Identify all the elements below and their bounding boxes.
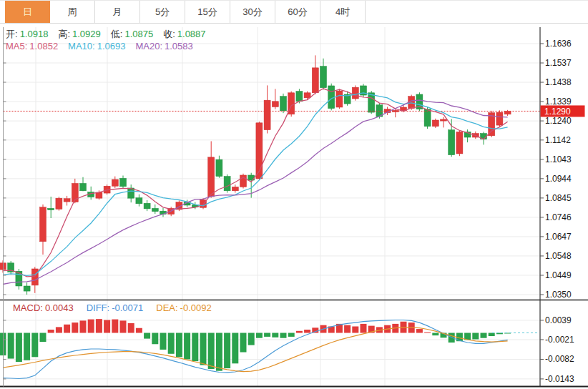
candle-body (232, 187, 238, 190)
macd-bar (200, 333, 207, 365)
ma10-line (3, 93, 508, 275)
macd-axis-label: 0.0039 (545, 315, 572, 325)
macd-bar (48, 330, 54, 333)
candle-body (320, 67, 327, 88)
candle-body (280, 97, 287, 111)
price-axis-label: 1.1240 (545, 116, 572, 126)
macd-bar (224, 333, 230, 369)
candle-body (216, 159, 222, 176)
price-axis-label: 1.0746 (545, 212, 572, 222)
price-axis-label: 1.0944 (545, 174, 572, 184)
candle-body (24, 286, 30, 291)
chart-app: 日周月5分15分30分60分4时 开:1.0918高:1.0929低:1.087… (0, 0, 588, 389)
macd-bar (256, 333, 263, 338)
macd-bar (96, 319, 102, 333)
macd-bar (31, 333, 38, 358)
macd-bar (184, 333, 190, 360)
macd-bar (24, 333, 30, 360)
macd-bar (240, 333, 247, 353)
macd-bar (288, 333, 295, 337)
candle-body (136, 198, 142, 204)
candle-body (272, 102, 278, 107)
price-axis-label: 1.0647 (545, 232, 572, 242)
macd-bar (88, 320, 94, 333)
candle-body (336, 91, 343, 107)
candle-body (296, 92, 303, 102)
candle-body (368, 93, 375, 112)
candle-body (449, 130, 455, 155)
candle-body (80, 183, 87, 190)
macd-bar (304, 330, 310, 333)
candle-body (144, 203, 150, 209)
candle-body (224, 177, 230, 191)
macd-bar (432, 333, 438, 336)
macd-bar (208, 333, 215, 369)
macd-axis-label: -0.0143 (545, 374, 574, 384)
macd-bar (264, 333, 270, 337)
price-axis-label: 1.1438 (545, 77, 572, 87)
macd-bar (176, 333, 182, 358)
tab-5分[interactable]: 5分 (140, 1, 185, 23)
macd-bar (144, 333, 150, 339)
macd-bar (8, 333, 14, 359)
macd-histogram (0, 319, 511, 371)
candle-body (96, 192, 102, 198)
macd-bar (168, 333, 175, 354)
candle-body (432, 120, 438, 127)
candle-body (352, 87, 358, 99)
candle-body (40, 207, 46, 242)
timeframe-tabbar: 日周月5分15分30分60分4时 (0, 0, 588, 24)
macd-bar (128, 323, 134, 333)
diff-line (3, 320, 508, 379)
candle-body (64, 199, 70, 202)
candle-body (496, 112, 503, 125)
candle-body (264, 100, 270, 129)
tab-15分[interactable]: 15分 (185, 1, 230, 23)
macd-bar (352, 326, 358, 333)
ma5-line (3, 89, 508, 277)
candle-body (152, 208, 158, 211)
macd-bar (216, 333, 222, 371)
candle-body (304, 93, 310, 98)
tab-60分[interactable]: 60分 (275, 1, 320, 23)
macd-bar (296, 331, 303, 333)
tab-日[interactable]: 日 (5, 1, 50, 23)
dea-line (3, 328, 508, 372)
candle-body (120, 178, 127, 186)
price-axis-label: 1.0548 (545, 251, 572, 261)
candle-body (441, 119, 447, 121)
macd-bar (280, 333, 287, 338)
candle-body (504, 111, 511, 114)
macd-bar (344, 325, 351, 333)
macd-bar (56, 327, 62, 333)
tab-4时[interactable]: 4时 (320, 1, 366, 23)
tab-周[interactable]: 周 (50, 1, 95, 23)
macd-bar (136, 328, 142, 333)
macd-bar (112, 320, 118, 333)
tab-月[interactable]: 月 (95, 1, 140, 23)
candle-body (48, 208, 54, 210)
price-axis-label: 1.1142 (545, 135, 571, 145)
ma20-line (3, 100, 508, 285)
macd-bar (72, 322, 78, 333)
candle-body (56, 198, 62, 209)
macd-bar (40, 333, 46, 343)
macd-bar (104, 320, 110, 333)
candlestick-macd-chart[interactable]: 1.16361.15371.14381.13391.12401.11421.10… (0, 23, 588, 389)
candle-body (16, 271, 22, 286)
macd-bar (160, 333, 167, 350)
macd-axis-label: -0.0082 (545, 354, 574, 364)
macd-axis-label: -0.0021 (545, 335, 574, 345)
macd-bar (481, 333, 487, 338)
current-price-tag: 1.1290 (541, 105, 585, 117)
macd-bar (232, 333, 238, 364)
price-axis-label: 1.0449 (545, 270, 572, 280)
macd-bar (472, 333, 479, 340)
macd-bar (416, 329, 423, 333)
price-axis-label: 1.1339 (545, 97, 572, 107)
candle-body (328, 86, 335, 109)
macd-bar (120, 320, 127, 333)
price-axis-label: 1.1636 (545, 39, 572, 49)
macd-bar (361, 324, 367, 333)
tab-30分[interactable]: 30分 (230, 1, 275, 23)
